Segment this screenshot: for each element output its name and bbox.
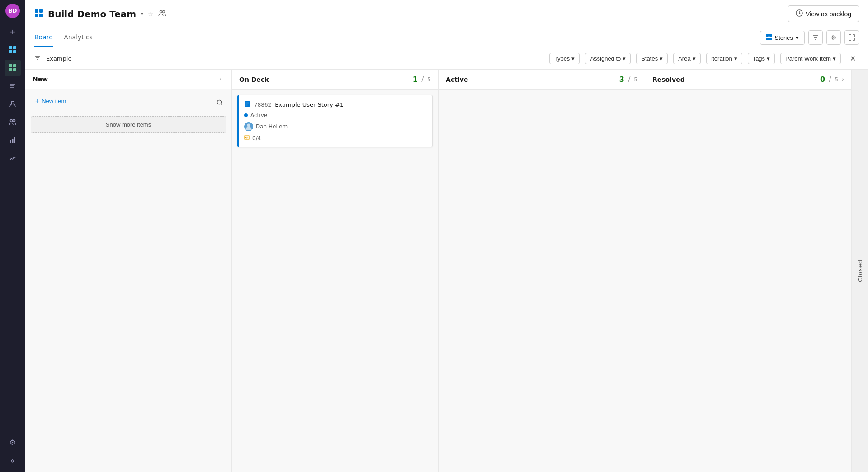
resolved-count-current: 0: [820, 75, 825, 84]
column-active-title: Active: [446, 76, 616, 83]
svg-point-12: [10, 120, 13, 122]
nav-add[interactable]: +: [5, 24, 21, 40]
close-filter-button[interactable]: ✕: [846, 52, 859, 65]
svg-rect-6: [9, 68, 12, 71]
nav-team[interactable]: [5, 96, 21, 112]
expand-right-icon[interactable]: ›: [842, 76, 844, 83]
assigned-to-filter-button[interactable]: Assigned to ▾: [585, 53, 631, 64]
svg-rect-18: [39, 9, 43, 13]
svg-rect-24: [766, 34, 769, 37]
svg-rect-3: [13, 50, 16, 53]
resolved-count-slash: /: [829, 75, 831, 84]
stories-label: Stories: [775, 34, 793, 41]
new-item-button[interactable]: + New item: [31, 94, 71, 107]
nav-sprint[interactable]: [5, 78, 21, 94]
assignee-avatar: [244, 122, 253, 131]
svg-rect-19: [35, 14, 38, 17]
column-closed[interactable]: Closed: [852, 70, 868, 472]
nav-board-active[interactable]: [5, 42, 21, 58]
on-deck-count-slash: /: [421, 75, 424, 84]
card-header: 78862 Example User Story #1: [244, 101, 427, 109]
tabs-bar: Board Analytics Stories ▾: [25, 28, 868, 47]
column-resolved: Resolved 0 / 5 ›: [645, 70, 852, 472]
types-chevron-icon: ▾: [571, 55, 575, 62]
nav-collapse[interactable]: «: [5, 452, 21, 468]
column-on-deck: On Deck 1 / 5: [232, 70, 439, 472]
work-item-card-78862[interactable]: 78862 Example User Story #1 Active: [237, 95, 433, 147]
top-bar-right: View as backlog: [788, 5, 859, 22]
stories-chevron-icon: ▾: [796, 34, 799, 41]
filter-lines-button[interactable]: [808, 30, 823, 45]
active-count-current: 3: [619, 75, 624, 84]
states-chevron-icon: ▾: [660, 55, 663, 62]
favorite-star[interactable]: ☆: [148, 10, 154, 18]
iteration-chevron-icon: ▾: [734, 55, 737, 62]
on-deck-count-total: 5: [427, 76, 431, 83]
filter-name-label: Example: [46, 55, 71, 62]
page-title: Build Demo Team: [48, 9, 136, 19]
status-label: Active: [250, 112, 267, 118]
nav-reports[interactable]: [5, 132, 21, 148]
svg-rect-27: [769, 38, 772, 40]
types-filter-button[interactable]: Types ▾: [549, 53, 580, 64]
card-type-icon: [244, 101, 250, 109]
nav-board-green[interactable]: [5, 60, 21, 76]
svg-rect-1: [13, 46, 16, 49]
svg-point-41: [247, 124, 250, 127]
svg-rect-7: [13, 68, 16, 71]
svg-rect-25: [769, 34, 772, 37]
parent-work-item-filter-button[interactable]: Parent Work Item ▾: [780, 53, 841, 64]
assignee-name: Dan Hellem: [256, 123, 288, 130]
search-items-button[interactable]: [213, 96, 226, 109]
area-filter-button[interactable]: Area ▾: [673, 53, 700, 64]
area-chevron-icon: ▾: [693, 55, 696, 62]
column-new-body: + New item Show more items: [25, 89, 231, 472]
iteration-filter-button[interactable]: Iteration ▾: [706, 53, 742, 64]
expand-button[interactable]: [844, 30, 859, 45]
user-avatar[interactable]: BD: [5, 4, 20, 18]
tab-board[interactable]: Board: [34, 28, 53, 47]
column-resolved-body: [645, 90, 851, 472]
settings-button[interactable]: ⚙: [826, 30, 841, 45]
column-new: New ‹ + New item Show more i: [25, 70, 232, 472]
resolved-count-total: 5: [835, 76, 839, 83]
column-active-header: Active 3 / 5: [439, 70, 645, 90]
column-resolved-title: Resolved: [652, 76, 816, 83]
new-item-row: + New item: [31, 94, 226, 111]
card-tasks: 0/4: [244, 135, 427, 142]
nav-analytics[interactable]: [5, 150, 21, 166]
nav-settings[interactable]: ⚙: [5, 434, 21, 450]
svg-point-13: [13, 120, 15, 122]
view-backlog-icon: [796, 9, 803, 18]
status-dot: [244, 113, 248, 117]
nav-bottom: ⚙ «: [5, 434, 21, 468]
svg-line-35: [221, 104, 223, 106]
column-resolved-header: Resolved 0 / 5 ›: [645, 70, 851, 90]
filter-bar: Example Types ▾ Assigned to ▾ States ▾ A…: [25, 47, 868, 70]
tab-analytics[interactable]: Analytics: [64, 28, 93, 47]
svg-rect-14: [10, 140, 11, 143]
active-count-total: 5: [634, 76, 637, 83]
filter-lines-icon: [34, 55, 41, 62]
stories-grid-icon: [766, 34, 772, 42]
svg-rect-4: [9, 64, 12, 67]
team-members-icon[interactable]: [158, 9, 166, 19]
view-as-backlog-button[interactable]: View as backlog: [788, 5, 859, 22]
column-new-collapse[interactable]: ‹: [217, 75, 224, 83]
svg-point-22: [162, 10, 165, 13]
new-item-label: New item: [42, 98, 66, 104]
column-on-deck-title: On Deck: [239, 76, 409, 83]
closed-label: Closed: [857, 260, 863, 282]
column-active: Active 3 / 5: [439, 70, 645, 472]
show-more-items-button[interactable]: Show more items: [31, 116, 226, 133]
nav-members[interactable]: [5, 114, 21, 130]
stories-button[interactable]: Stories ▾: [760, 31, 805, 45]
tags-filter-button[interactable]: Tags ▾: [748, 53, 775, 64]
title-chevron[interactable]: ▾: [141, 11, 143, 17]
column-new-title: New: [33, 76, 213, 83]
svg-point-11: [11, 101, 14, 104]
svg-rect-5: [13, 64, 16, 67]
svg-point-34: [217, 100, 222, 104]
board-area: New ‹ + New item Show more i: [25, 70, 868, 472]
states-filter-button[interactable]: States ▾: [636, 53, 668, 64]
